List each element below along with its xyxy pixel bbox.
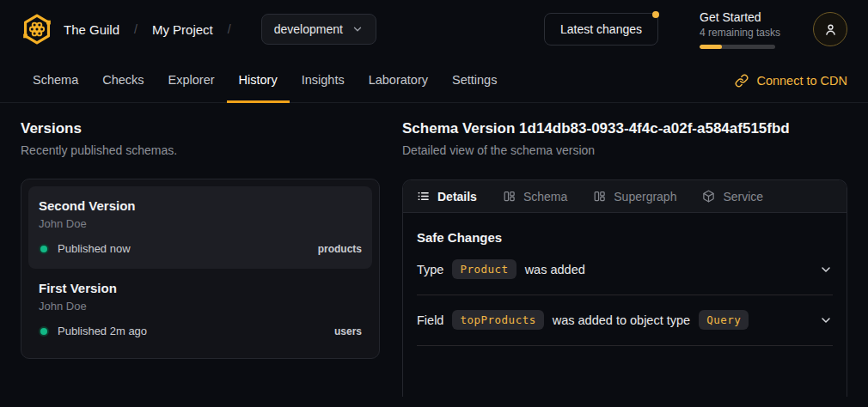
schema-version-title: Schema Version 1d14db83-0933-4f4c-a02f-a… bbox=[402, 120, 847, 137]
versions-title: Versions bbox=[21, 120, 380, 137]
get-started-progress-track bbox=[700, 45, 775, 49]
version-status-row: Published 2m ago users bbox=[39, 325, 362, 337]
version-published-text: Published now bbox=[58, 242, 131, 255]
breadcrumb-org[interactable]: The Guild bbox=[64, 22, 119, 37]
connect-to-cdn-label: Connect to CDN bbox=[756, 74, 847, 88]
columns-icon bbox=[593, 190, 606, 203]
link-icon bbox=[735, 74, 749, 88]
detail-tab-label: Service bbox=[723, 190, 763, 204]
version-list-item[interactable]: First Version John Doe Published 2m ago … bbox=[28, 269, 372, 351]
get-started-title: Get Started bbox=[700, 10, 779, 24]
tab-checks[interactable]: Checks bbox=[90, 58, 156, 103]
version-published-text: Published 2m ago bbox=[58, 325, 147, 337]
environment-selector-value: development bbox=[274, 22, 343, 36]
latest-changes-button[interactable]: Latest changes bbox=[544, 13, 658, 46]
expand-chevron-icon[interactable] bbox=[819, 263, 833, 276]
breadcrumb-separator: / bbox=[228, 22, 231, 36]
detail-tab-supergraph[interactable]: Supergraph bbox=[593, 190, 676, 204]
change-code-badge: topProducts bbox=[452, 310, 543, 330]
latest-changes-label: Latest changes bbox=[560, 22, 642, 36]
change-text: Field bbox=[417, 313, 443, 327]
schema-version-detail-card: Details Schema bbox=[402, 179, 847, 397]
version-author: John Doe bbox=[39, 300, 362, 313]
user-icon bbox=[823, 22, 838, 37]
version-author: John Doe bbox=[39, 217, 362, 230]
tab-explorer[interactable]: Explorer bbox=[156, 58, 227, 103]
list-icon bbox=[417, 190, 430, 203]
safe-changes-title: Safe Changes bbox=[417, 230, 833, 245]
tab-settings[interactable]: Settings bbox=[440, 58, 509, 103]
detail-tab-label: Supergraph bbox=[614, 190, 676, 204]
breadcrumb: The Guild / My Project / bbox=[64, 22, 246, 37]
detail-tabbar: Details Schema bbox=[403, 180, 847, 213]
detail-tab-schema[interactable]: Schema bbox=[503, 190, 567, 204]
tab-insights[interactable]: Insights bbox=[290, 58, 357, 103]
expand-chevron-icon[interactable] bbox=[819, 313, 833, 327]
main-content: Versions Recently published schemas. Sec… bbox=[0, 103, 868, 397]
change-code-badge: Product bbox=[452, 259, 516, 279]
columns-icon bbox=[503, 190, 516, 203]
tab-history[interactable]: History bbox=[227, 58, 290, 103]
app-window: The Guild / My Project / development Lat… bbox=[0, 0, 868, 407]
change-row[interactable]: Field topProducts was added to object ty… bbox=[417, 295, 833, 346]
nav-tabs: Schema Checks Explorer History Insights … bbox=[21, 58, 509, 102]
change-row[interactable]: Type Product was added bbox=[417, 245, 833, 295]
schema-version-subtitle: Detailed view of the schema version bbox=[402, 143, 847, 157]
version-name: First Version bbox=[39, 281, 362, 295]
detail-tab-details[interactable]: Details bbox=[417, 190, 477, 204]
user-avatar[interactable] bbox=[813, 12, 847, 46]
change-text: was added to object type bbox=[553, 313, 690, 327]
change-text: Type bbox=[417, 263, 443, 276]
version-status-row: Published now products bbox=[39, 242, 362, 255]
connect-to-cdn-link[interactable]: Connect to CDN bbox=[735, 58, 847, 102]
breadcrumb-separator: / bbox=[134, 22, 138, 36]
change-text: was added bbox=[525, 263, 585, 276]
published-status-dot bbox=[39, 326, 49, 337]
schema-version-panel: Schema Version 1d14db83-0933-4f4c-a02f-a… bbox=[402, 120, 847, 397]
version-list-item[interactable]: Second Version John Doe Published now pr… bbox=[28, 186, 372, 269]
top-header: The Guild / My Project / development Lat… bbox=[0, 0, 868, 58]
versions-card: Second Version John Doe Published now pr… bbox=[21, 179, 380, 359]
detail-tab-label: Schema bbox=[523, 190, 567, 204]
cube-icon bbox=[702, 190, 715, 203]
get-started-subtitle: 4 remaining tasks bbox=[700, 27, 779, 39]
version-service-name: users bbox=[334, 325, 362, 337]
version-service-name: products bbox=[318, 243, 362, 255]
chevron-down-icon bbox=[351, 23, 364, 35]
change-code-badge: Query bbox=[699, 310, 749, 330]
detail-tab-label: Details bbox=[437, 190, 477, 204]
notification-dot bbox=[652, 11, 659, 18]
versions-subtitle: Recently published schemas. bbox=[21, 143, 380, 157]
detail-body: Safe Changes Type Product was added Fiel… bbox=[403, 230, 847, 346]
versions-panel: Versions Recently published schemas. Sec… bbox=[21, 120, 380, 397]
main-nav: Schema Checks Explorer History Insights … bbox=[0, 58, 868, 103]
tab-schema[interactable]: Schema bbox=[21, 58, 90, 103]
version-name: Second Version bbox=[39, 198, 362, 213]
detail-tab-service[interactable]: Service bbox=[702, 190, 763, 204]
tab-laboratory[interactable]: Laboratory bbox=[357, 58, 440, 103]
published-status-dot bbox=[39, 244, 49, 254]
breadcrumb-project[interactable]: My Project bbox=[152, 22, 213, 37]
hive-logo-icon[interactable] bbox=[21, 13, 53, 46]
get-started-progress-fill bbox=[700, 45, 722, 49]
get-started-widget[interactable]: Get Started 4 remaining tasks bbox=[700, 10, 779, 49]
environment-selector[interactable]: development bbox=[261, 14, 376, 45]
